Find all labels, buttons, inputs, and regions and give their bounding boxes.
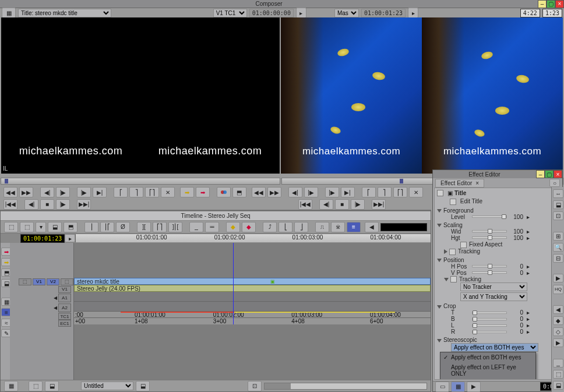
tool-a-button[interactable]: ⎯: [189, 222, 203, 232]
level-slider[interactable]: [472, 216, 507, 218]
crop-r-value[interactable]: 0: [510, 329, 523, 335]
title-toggle[interactable]: [437, 190, 443, 196]
crop-t-menu-icon[interactable]: ▸: [527, 309, 530, 316]
stereo-menu-both[interactable]: Apply effect on BOTH eyes: [440, 352, 535, 362]
track-mode-select[interactable]: X and Y Tracking: [460, 292, 527, 301]
level-menu-icon[interactable]: ▸: [527, 214, 530, 220]
rt-key-add-button[interactable]: ◆: [553, 316, 563, 325]
tab-close-icon[interactable]: ×: [475, 180, 479, 186]
clear-marks-button[interactable]: ✕: [161, 187, 175, 197]
track-tc1-label[interactable]: TC1: [58, 313, 71, 320]
crop-b-value[interactable]: 0: [510, 316, 523, 322]
eff-zoom-button[interactable]: ▭: [435, 382, 449, 392]
audio-a-button[interactable]: ⎍: [315, 222, 329, 232]
rt-key-del-button[interactable]: ◇: [553, 327, 563, 336]
track-a1[interactable]: [74, 292, 431, 302]
vpos-value[interactable]: 0: [510, 270, 523, 276]
crop-b-menu-icon[interactable]: ▸: [527, 316, 530, 322]
segment-mode-button[interactable]: ⬚: [4, 222, 18, 232]
rt-chart-button[interactable]: ⬓: [553, 200, 563, 209]
rec-goto-start-button[interactable]: |◀◀: [298, 199, 312, 210]
tracks-area[interactable]: stereo mkdc title ▣ Stereo Jelly (24.00 …: [74, 243, 431, 380]
level-value[interactable]: 100: [510, 214, 523, 220]
eff-play-button[interactable]: ▶: [467, 382, 481, 392]
effect-tab[interactable]: Effect Editor×: [435, 179, 484, 188]
crop-r-slider[interactable]: [472, 331, 507, 333]
eff-grid-button[interactable]: ▦: [451, 382, 465, 392]
source-clip-dropdown[interactable]: Title: stereo mkdc title: [18, 9, 111, 17]
maximize-button[interactable]: ▢: [547, 0, 555, 8]
panel-menu-icon[interactable]: ○: [549, 179, 560, 187]
mark-out-button[interactable]: ⎤: [129, 187, 143, 197]
crop-t-slider[interactable]: [472, 312, 507, 314]
rt-zoom-button[interactable]: 🔍: [553, 243, 563, 252]
patch-mon-v2[interactable]: ⬚: [61, 278, 73, 285]
hgt-menu-icon[interactable]: ▸: [527, 235, 530, 241]
audio-b-button[interactable]: ※: [331, 222, 345, 232]
gang-toggle-button[interactable]: ⬒: [232, 187, 246, 197]
hpos-slider[interactable]: [472, 265, 507, 267]
master-track-dropdown[interactable]: Mas: [334, 9, 359, 17]
rec-goto-end-button[interactable]: ▶▶|: [372, 199, 386, 210]
source-viewer[interactable]: michaelkammes.com michaelkammes.com IL: [1, 17, 280, 174]
rec-clear-marks-button[interactable]: ✕: [409, 187, 423, 197]
timeline-view-select[interactable]: Untitled: [81, 382, 133, 390]
stereo-menu-right[interactable]: Apply effect on RIGHT eye ONLY: [440, 379, 535, 380]
lift-button[interactable]: ⬒: [64, 222, 77, 232]
mark-in-button[interactable]: ⎡: [114, 187, 128, 197]
mark-clip-button[interactable]: ⎡⎤: [145, 187, 159, 197]
rec-frame-back-button[interactable]: ◀|: [288, 187, 302, 197]
tracking2-toggle[interactable]: [450, 276, 457, 282]
no-button[interactable]: Ø: [116, 222, 130, 232]
hpos-value[interactable]: 0: [510, 263, 523, 270]
rec-play-io-button[interactable]: |▶: [325, 187, 339, 197]
jkl-rev-button[interactable]: ◀|: [24, 199, 38, 210]
tracking1-disclose[interactable]: [444, 249, 447, 254]
edit-title-toggle[interactable]: [450, 199, 456, 205]
extract-button[interactable]: ⬓: [48, 222, 62, 232]
tc-menu-button[interactable]: ▸: [65, 234, 75, 242]
play-loop-button[interactable]: ▶|: [93, 187, 107, 197]
roll-button[interactable]: ⎡⎤: [153, 222, 167, 232]
track-ec1-label[interactable]: EC1: [58, 320, 71, 327]
crop-b-slider[interactable]: [472, 318, 507, 320]
view-menu-button[interactable]: ≡: [347, 222, 361, 232]
tl-opt-c[interactable]: ⬓: [136, 381, 150, 391]
tl-opt-a[interactable]: ⬚: [29, 381, 43, 391]
tracking1-toggle[interactable]: [449, 249, 456, 255]
effect-titlebar[interactable]: Effect Editor – ▢ ×: [433, 170, 562, 178]
scaling-disclose[interactable]: [437, 224, 442, 227]
timeline-playhead-tc[interactable]: 01:00:01:23: [20, 234, 65, 243]
rt-key-b-button[interactable]: ▶: [553, 338, 563, 347]
stereo-menu-left[interactable]: Apply effect on LEFT eye ONLY: [440, 362, 535, 379]
patch-v2[interactable]: V2: [47, 278, 59, 285]
rec-play-rev-button[interactable]: ▶▶: [267, 187, 281, 197]
tl-focus-button[interactable]: ⊡: [248, 381, 262, 391]
goto-end-button[interactable]: ▶▶|: [77, 199, 91, 210]
patch-src-v1[interactable]: ⬚: [19, 278, 31, 285]
crop-l-slider[interactable]: [472, 324, 507, 327]
trim-c-button[interactable]: ⎦: [294, 222, 308, 232]
position-disclose[interactable]: [437, 259, 442, 262]
play-io-button[interactable]: |▶: [77, 187, 91, 197]
crop-l-menu-icon[interactable]: ▸: [527, 322, 530, 329]
rt-hq-button[interactable]: HQ: [553, 285, 563, 294]
rec-mark-out-button[interactable]: ⎤: [378, 187, 392, 197]
rt-opt-c-button[interactable]: ⬓: [553, 381, 563, 390]
jkl-fwd-button[interactable]: |▶: [56, 199, 70, 210]
rt-opt-b-button[interactable]: ⬚: [553, 370, 563, 379]
rt-sub-button[interactable]: ⊟: [553, 254, 563, 263]
hpos-menu-icon[interactable]: ▸: [527, 263, 530, 270]
jkl-stop-button[interactable]: ■: [40, 199, 54, 210]
stereo-eye-select[interactable]: Apply effect on BOTH eyes: [451, 343, 538, 352]
foreground-disclose[interactable]: [437, 209, 442, 213]
rec-frame-fwd-button[interactable]: |▶: [304, 187, 318, 197]
rec-jkl-stop-button[interactable]: ■: [335, 199, 349, 210]
close-button[interactable]: ×: [555, 0, 564, 8]
hgt-value[interactable]: 100: [510, 235, 523, 241]
minimize-button[interactable]: –: [538, 0, 547, 8]
tracking2-disclose[interactable]: [444, 278, 449, 281]
gang2-icon[interactable]: ▸: [408, 8, 418, 18]
slip-button[interactable]: ]⎮[: [168, 222, 182, 232]
record-viewer[interactable]: michaelkammes.com michaelkammes.com: [281, 17, 563, 174]
